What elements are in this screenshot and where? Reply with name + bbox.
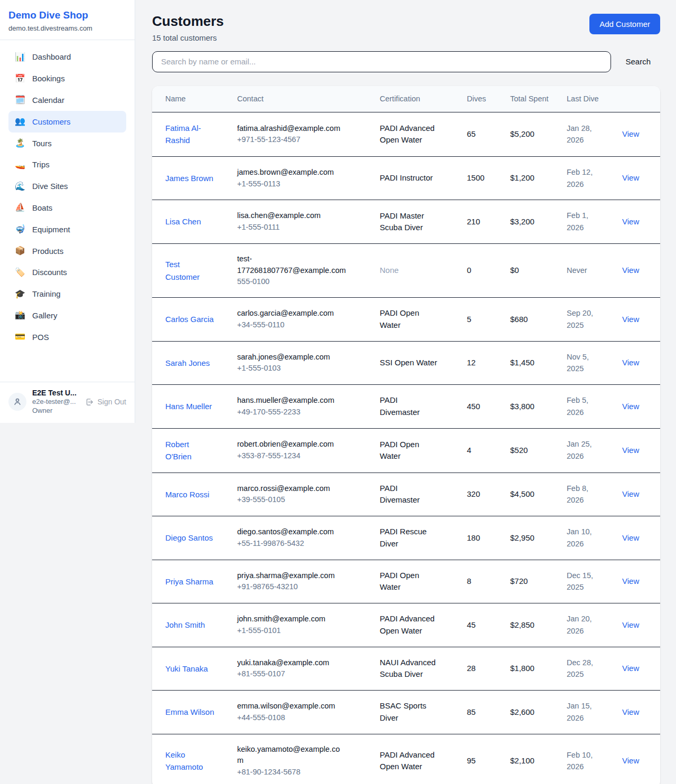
customer-name-link[interactable]: Sarah Jones — [165, 358, 210, 367]
shop-domain: demo.test.divestreams.com — [8, 24, 126, 32]
sidebar-item-dive-sites[interactable]: 🌊 Dive Sites — [8, 176, 126, 197]
search-input[interactable] — [152, 51, 611, 72]
customer-name-link[interactable]: Lisa Chen — [165, 217, 201, 226]
sidebar-item-label: Equipment — [32, 224, 70, 235]
customer-total-spent: $1,200 — [510, 173, 534, 182]
view-customer-link[interactable]: View — [622, 266, 639, 275]
customer-dives: 0 — [467, 266, 471, 275]
customer-certification: PADI Divemaster — [380, 484, 420, 505]
shop-name: Demo Dive Shop — [8, 10, 126, 22]
sidebar-item-customers[interactable]: 👥 Customers — [8, 111, 126, 133]
customer-phone: +91-98765-43210 — [237, 581, 346, 593]
customer-phone: +81-90-1234-5678 — [237, 767, 346, 778]
view-customer-link[interactable]: View — [622, 489, 639, 498]
sidebar-item-label: Tours — [32, 138, 52, 149]
sidebar-item-discounts[interactable]: 🏷️ Discounts — [8, 262, 126, 284]
view-customer-link[interactable]: View — [622, 402, 639, 411]
sidebar-item-equipment[interactable]: 🤿 Equipment — [8, 219, 126, 240]
customer-phone: +49-170-555-2233 — [237, 407, 346, 418]
customer-name-link[interactable]: Fatima Al-Rashid — [165, 124, 201, 145]
sidebar-item-dashboard[interactable]: 📊 Dashboard — [8, 46, 126, 68]
view-customer-link[interactable]: View — [622, 707, 639, 716]
sidebar: Demo Dive Shop demo.test.divestreams.com… — [0, 0, 135, 423]
sidebar-item-products[interactable]: 📦 Products — [8, 240, 126, 262]
sidebar-item-tours[interactable]: 🏝️ Tours — [8, 133, 126, 154]
sidebar-item-pos[interactable]: 💳 POS — [8, 326, 126, 348]
table-row: Keiko Yamamoto keiko.yamamoto@example.co… — [152, 734, 660, 784]
customer-name-link[interactable]: Keiko Yamamoto — [165, 750, 203, 772]
customer-total-spent: $2,850 — [510, 620, 534, 629]
sidebar-item-label: POS — [32, 332, 49, 343]
graduation-cap-icon: 🎓 — [15, 289, 25, 300]
view-customer-link[interactable]: View — [622, 358, 639, 367]
sidebar-item-label: Calendar — [32, 95, 64, 106]
calendar-icon: 📅 — [15, 73, 25, 84]
customer-phone: +44-555-0108 — [237, 712, 346, 724]
spiral-calendar-icon: 🗓️ — [15, 95, 25, 106]
col-header-name: Name — [152, 86, 229, 112]
user-box: E2E Test U... e2e-tester@... Owner Sign … — [0, 382, 135, 423]
customer-certification: PADI Advanced Open Water — [380, 614, 435, 635]
customer-name-link[interactable]: Marco Rossi — [165, 490, 209, 499]
customer-name-link[interactable]: Emma Wilson — [165, 707, 214, 716]
col-header-total-spent: Total Spent — [502, 86, 558, 112]
view-customer-link[interactable]: View — [622, 533, 639, 542]
sign-out-button[interactable]: Sign Out — [85, 398, 126, 407]
view-customer-link[interactable]: View — [622, 217, 639, 226]
sidebar-item-training[interactable]: 🎓 Training — [8, 284, 126, 305]
customer-name-link[interactable]: James Brown — [165, 174, 213, 183]
customer-name-link[interactable]: Carlos Garcia — [165, 315, 214, 324]
table-row: Robert O'Brien robert.obrien@example.com… — [152, 428, 660, 473]
view-customer-link[interactable]: View — [622, 756, 639, 765]
view-customer-link[interactable]: View — [622, 620, 639, 629]
customer-total-spent: $3,200 — [510, 217, 534, 226]
customer-name-link[interactable]: Robert O'Brien — [165, 440, 192, 461]
customer-email: diego.santos@example.com — [237, 526, 346, 538]
customer-certification: BSAC Sports Diver — [380, 701, 426, 722]
sidebar-item-boats[interactable]: ⛵ Boats — [8, 197, 126, 219]
view-customer-link[interactable]: View — [622, 173, 639, 182]
sidebar-item-label: Dashboard — [32, 52, 71, 62]
customer-phone: 555-0100 — [237, 276, 346, 288]
customer-name-link[interactable]: John Smith — [165, 620, 205, 629]
customer-total-spent: $520 — [510, 446, 528, 455]
view-customer-link[interactable]: View — [622, 446, 639, 455]
tag-icon: 🏷️ — [15, 267, 25, 278]
customer-last-dive: Jan 10, 2026 — [567, 527, 592, 548]
customer-last-dive: Nov 5, 2025 — [567, 353, 589, 373]
view-customer-link[interactable]: View — [622, 129, 639, 138]
customer-certification: PADI Open Water — [380, 308, 419, 329]
view-customer-link[interactable]: View — [622, 577, 639, 585]
sidebar-item-calendar[interactable]: 🗓️ Calendar — [8, 89, 126, 111]
page-title: Customers — [152, 14, 224, 30]
customer-dives: 5 — [467, 315, 471, 324]
customer-dives: 180 — [467, 533, 480, 542]
customer-name-link[interactable]: Test Customer — [165, 260, 200, 281]
customer-certification: PADI Divemaster — [380, 395, 420, 417]
customer-certification: PADI Open Water — [380, 571, 419, 592]
customer-phone: +1-555-0113 — [237, 178, 346, 190]
customer-dives: 12 — [467, 358, 476, 367]
customer-name-link[interactable]: Priya Sharma — [165, 577, 213, 586]
col-header-certification: Certification — [371, 86, 458, 112]
customer-email: lisa.chen@example.com — [237, 210, 346, 222]
sidebar-item-bookings[interactable]: 📅 Bookings — [8, 68, 126, 90]
customer-last-dive: Feb 10, 2026 — [567, 751, 593, 771]
sidebar-item-trips[interactable]: 🚤 Trips — [8, 154, 126, 176]
customer-phone: +39-555-0105 — [237, 494, 346, 506]
sidebar-item-gallery[interactable]: 📸 Gallery — [8, 305, 126, 326]
customer-email: james.brown@example.com — [237, 167, 346, 178]
customer-name-link[interactable]: Hans Mueller — [165, 402, 212, 411]
brand-block: Demo Dive Shop demo.test.divestreams.com — [0, 0, 135, 40]
view-customer-link[interactable]: View — [622, 664, 639, 673]
add-customer-button[interactable]: Add Customer — [589, 14, 660, 34]
customer-phone: +1-555-0101 — [237, 625, 346, 637]
customer-email: marco.rossi@example.com — [237, 483, 346, 495]
customer-total-spent: $3,800 — [510, 402, 534, 411]
customer-name-link[interactable]: Diego Santos — [165, 533, 213, 542]
customer-name-link[interactable]: Yuki Tanaka — [165, 664, 208, 673]
customer-last-dive: Dec 15, 2025 — [567, 571, 593, 592]
search-button[interactable]: Search — [625, 53, 651, 70]
logout-icon — [85, 398, 94, 407]
view-customer-link[interactable]: View — [622, 315, 639, 324]
